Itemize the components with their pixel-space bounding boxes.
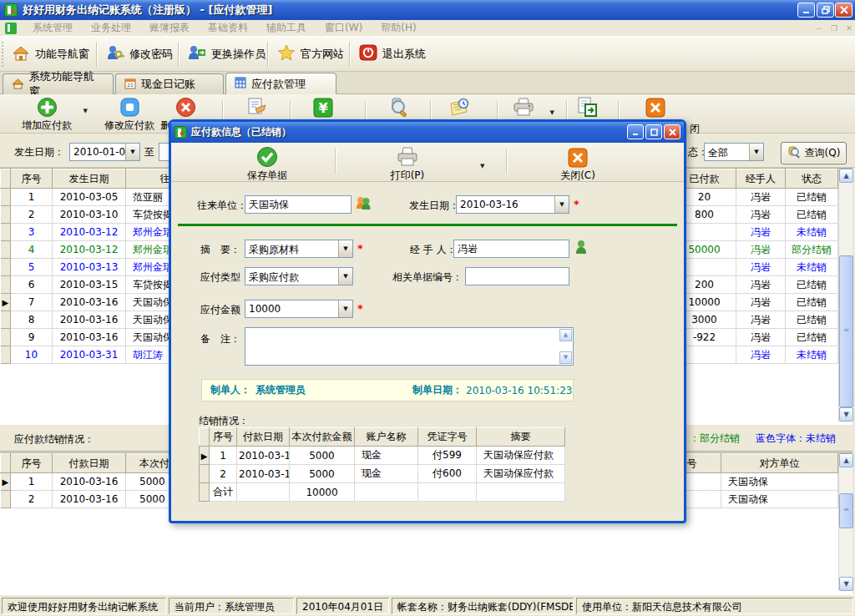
settle-detail-label: 结销情况：: [199, 414, 249, 428]
print-dropdown-arrow-icon[interactable]: ▼: [480, 163, 484, 169]
scroll-up-icon[interactable]: ▲: [559, 329, 572, 341]
exit-button[interactable]: 退出系统: [354, 40, 431, 68]
tab-cash-journal[interactable]: 21 现金日记账: [115, 73, 224, 94]
handler-label: 经 手 人：: [410, 243, 457, 257]
date-from-combobox[interactable]: 2010-01-01▼: [69, 143, 140, 161]
status-filter-combobox[interactable]: 全部▼: [704, 143, 764, 161]
required-asterisk: *: [357, 242, 363, 255]
col-memo[interactable]: 摘要: [477, 428, 565, 447]
col-seq[interactable]: 序号: [210, 428, 237, 447]
col-pay-date[interactable]: 付款日期: [237, 428, 290, 447]
combo-arrow-icon[interactable]: ▼: [554, 196, 569, 213]
combo-arrow-icon[interactable]: ▼: [338, 300, 352, 317]
website-button[interactable]: 官方网站: [272, 40, 349, 68]
doc-export-icon: [576, 96, 598, 118]
combo-arrow-icon[interactable]: ▼: [125, 144, 139, 160]
mdi-minimize-icon[interactable]: —: [813, 23, 825, 34]
col-account[interactable]: 账户名称: [355, 428, 418, 447]
amount-combobox[interactable]: 10000▼: [245, 300, 353, 318]
print-dropdown-arrow-icon[interactable]: ▼: [550, 109, 554, 116]
menu-item-tools[interactable]: 辅助工具: [257, 21, 316, 35]
exit-label: 退出系统: [382, 47, 426, 62]
nav-window-button[interactable]: 功能导航窗: [7, 40, 94, 68]
combo-arrow-icon[interactable]: ▼: [749, 144, 763, 160]
col-counterparty[interactable]: 对方单位: [721, 454, 838, 473]
col-pay-date[interactable]: 付款日期: [53, 454, 126, 473]
restore-button[interactable]: [817, 3, 834, 18]
menu-item-system[interactable]: 系统管理: [23, 21, 82, 35]
maker-date-value: 2010-03-16 10:51:23: [466, 385, 572, 396]
svg-text:21: 21: [127, 82, 134, 88]
add-dropdown-arrow-icon[interactable]: ▼: [83, 108, 88, 114]
combo-arrow-icon[interactable]: ▼: [338, 268, 352, 285]
plus-circle-icon: [37, 96, 58, 118]
note-textarea[interactable]: ▲ ▼: [245, 327, 574, 366]
col-handler[interactable]: 经手人: [736, 169, 786, 189]
dialog-print-button[interactable]: 打印(P): [362, 146, 453, 183]
handler-input[interactable]: [453, 240, 569, 258]
combo-arrow-icon[interactable]: ▼: [338, 240, 352, 257]
ref-number-input[interactable]: [465, 267, 569, 285]
payable-type-combobox[interactable]: 采购应付款▼: [245, 267, 353, 285]
col-voucher[interactable]: 凭证字号: [418, 428, 477, 447]
dialog-close-doc-button[interactable]: 关闭(C): [532, 146, 624, 183]
query-button-label: 查询(Q): [805, 146, 841, 160]
tab-payables[interactable]: 应付款管理: [225, 73, 336, 94]
table-row[interactable]: 合计10000: [200, 483, 565, 502]
title-bar: 好好用财务出纳记账系统（注册版） - [应付款管理]: [0, 0, 855, 20]
current-row-indicator: ▶: [2, 298, 8, 307]
change-password-button[interactable]: 修改密码: [101, 40, 178, 68]
col-date[interactable]: 发生日期: [53, 169, 126, 189]
dialog-maximize-button[interactable]: [645, 124, 662, 139]
table-row[interactable]: 22010-03-165000现金付600天国动保应付款: [200, 465, 565, 483]
summary-label: 摘 要：: [200, 243, 240, 257]
status-account-set: 帐套名称：财务出纳账套(DDY)(FMSDB20: [392, 598, 574, 614]
scroll-thumb[interactable]: ≡: [839, 255, 853, 407]
query-button[interactable]: 查询(Q): [781, 142, 847, 164]
settle-detail-table[interactable]: 序号 付款日期 本次付款金额 账户名称 凭证字号 摘要 ▶12010-03-16…: [199, 427, 565, 502]
dialog-minimize-button[interactable]: [627, 124, 644, 139]
status-date: 2010年04月01日: [296, 598, 389, 614]
add-payable-button[interactable]: 增加应付款 ▼: [5, 96, 89, 133]
col-status[interactable]: 状态: [786, 169, 838, 189]
mdi-window-buttons[interactable]: — ❐ ✕: [810, 23, 855, 34]
menu-item-books[interactable]: 账簿报表: [140, 21, 199, 35]
menu-item-basedata[interactable]: 基础资料: [199, 21, 257, 35]
settlement-vertical-scrollbar[interactable]: ▲ ≡ ▼: [838, 453, 852, 591]
partner-picker-icon[interactable]: [356, 195, 371, 214]
minimize-button[interactable]: [797, 3, 815, 18]
col-pay-amount[interactable]: 本次付款金额: [290, 428, 355, 447]
scroll-up-icon[interactable]: ▲: [839, 453, 853, 467]
col-seq[interactable]: 序号: [11, 454, 53, 473]
row-indicator-header: [200, 428, 210, 447]
occur-date-combobox[interactable]: 2010-03-16▼: [456, 195, 569, 214]
scroll-down-icon[interactable]: ▼: [839, 577, 853, 591]
menu-item-business[interactable]: 业务处理: [82, 21, 140, 35]
menu-item-help[interactable]: 帮助(H): [372, 21, 425, 35]
scroll-down-icon[interactable]: ▼: [559, 351, 572, 364]
toolbar-separator: [335, 149, 336, 174]
mdi-restore-icon[interactable]: ❐: [828, 23, 840, 34]
summary-combobox[interactable]: 采购原材料▼: [245, 240, 353, 258]
toolbar-separator: [506, 149, 508, 174]
dialog-close-button[interactable]: [664, 124, 680, 139]
menu-item-window[interactable]: 窗口(W): [316, 21, 372, 35]
menu-bar: 系统管理 业务处理 账簿报表 基础资料 辅助工具 窗口(W) 帮助(H) — ❐…: [0, 20, 855, 37]
col-seq[interactable]: 序号: [11, 169, 53, 189]
app-window: 好好用财务出纳记账系统（注册版） - [应付款管理] 系统管理 业务处理 账簿报…: [0, 0, 855, 616]
home-icon: [12, 44, 30, 64]
handler-picker-icon[interactable]: [574, 240, 588, 258]
tab-system-nav[interactable]: 系统功能导航窗: [3, 73, 114, 94]
save-doc-button[interactable]: 保存单据: [221, 146, 313, 183]
mdi-close-icon[interactable]: ✕: [843, 23, 855, 34]
scroll-up-icon[interactable]: ▲: [839, 169, 853, 183]
table-row[interactable]: ▶12010-03-165000现金付599天国动保应付款: [200, 447, 565, 465]
close-button[interactable]: [835, 3, 852, 18]
partner-input[interactable]: [245, 195, 352, 214]
grid-vertical-scrollbar[interactable]: ▲ ≡ ▼: [838, 169, 852, 422]
note-label: 备 注：: [200, 332, 240, 346]
switch-operator-button[interactable]: 更换操作员: [183, 40, 271, 68]
grid-header-row: 序号 付款日期 本次付款金额 账户名称 凭证字号 摘要: [200, 428, 565, 447]
scroll-thumb[interactable]: ≡: [839, 493, 853, 528]
scroll-down-icon[interactable]: ▼: [839, 407, 853, 422]
